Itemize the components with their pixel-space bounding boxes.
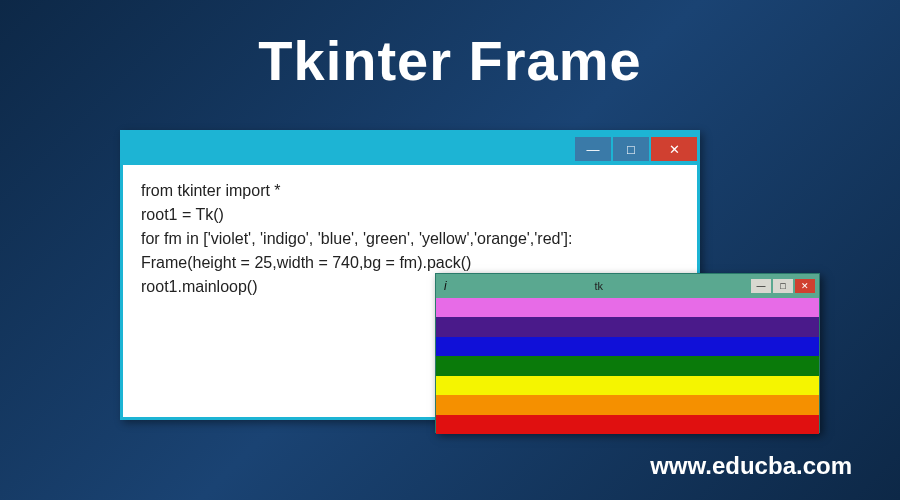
frame-violet — [436, 298, 819, 317]
output-window-controls: — □ ✕ — [751, 279, 815, 293]
close-button[interactable]: ✕ — [651, 137, 697, 161]
tk-feather-icon: i — [440, 279, 447, 293]
frame-yellow — [436, 376, 819, 395]
code-line: root1 = Tk() — [141, 203, 679, 227]
code-line: for fm in ['violet', 'indigo', 'blue', '… — [141, 227, 679, 251]
frame-green — [436, 356, 819, 375]
output-window: i tk — □ ✕ — [435, 273, 820, 433]
footer-url: www.educba.com — [650, 452, 852, 480]
code-titlebar: — □ ✕ — [123, 133, 697, 165]
code-line: Frame(height = 25,width = 740,bg = fm).p… — [141, 251, 679, 275]
frame-orange — [436, 395, 819, 414]
output-window-title: tk — [451, 280, 747, 292]
output-titlebar: i tk — □ ✕ — [436, 274, 819, 298]
frame-indigo — [436, 317, 819, 336]
minimize-button[interactable]: — — [575, 137, 611, 161]
rainbow-frames — [436, 298, 819, 434]
minimize-button[interactable]: — — [751, 279, 771, 293]
frame-red — [436, 415, 819, 434]
maximize-button[interactable]: □ — [613, 137, 649, 161]
code-line: from tkinter import * — [141, 179, 679, 203]
frame-blue — [436, 337, 819, 356]
page-title: Tkinter Frame — [0, 0, 900, 93]
maximize-button[interactable]: □ — [773, 279, 793, 293]
close-button[interactable]: ✕ — [795, 279, 815, 293]
